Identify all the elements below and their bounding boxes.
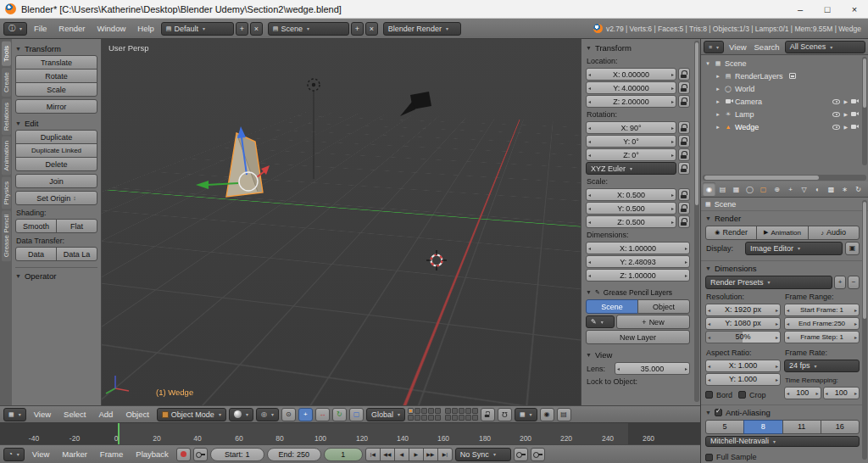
display-mode-select[interactable]: Image Editor▾ <box>745 242 843 255</box>
tab-relations[interactable]: Relations <box>2 98 11 135</box>
lock-button[interactable] <box>678 215 690 228</box>
border-checkbox[interactable] <box>705 391 713 399</box>
expand-icon[interactable]: ▸ <box>715 98 721 105</box>
frame-step-field[interactable]: Frame Step: 1 <box>784 331 860 343</box>
duplicate-button[interactable]: Duplicate <box>15 130 97 144</box>
layer-cell[interactable] <box>421 408 427 414</box>
antialiasing-panel-header[interactable]: ▼Anti-Aliasing <box>705 408 860 418</box>
layer-cell[interactable] <box>445 408 451 414</box>
lock-button[interactable] <box>678 162 690 175</box>
operator-panel-header[interactable]: ▼Operator <box>15 267 97 280</box>
aa-samples-5-button[interactable]: 5 <box>705 420 744 434</box>
aa-samples-11-button[interactable]: 11 <box>782 420 821 434</box>
transform-panel-header[interactable]: ▼Transform <box>15 42 97 55</box>
translate-button[interactable]: Translate <box>15 55 97 70</box>
renderable-camera-icon[interactable] <box>851 125 856 129</box>
tab-particles[interactable]: ∗ <box>838 182 851 196</box>
menu-select[interactable]: Select <box>58 410 91 419</box>
transform-orientation-select[interactable]: Global▾ <box>366 408 405 421</box>
view-panel-header[interactable]: ▼View <box>586 349 690 361</box>
outliner-scrollbar[interactable] <box>862 57 867 165</box>
remove-preset-button[interactable]: − <box>848 276 860 289</box>
renderable-camera-icon[interactable] <box>851 112 856 116</box>
layers-widget-left[interactable] <box>408 408 441 421</box>
auto-keyframe-toggle[interactable] <box>176 448 191 461</box>
location-y-field[interactable]: Y:4.00000 <box>586 81 676 94</box>
crop-checkbox[interactable] <box>738 391 746 399</box>
layer-cell[interactable] <box>415 415 420 421</box>
gp-new-layer-button[interactable]: New Layer <box>586 330 690 344</box>
selectable-arrow-icon[interactable]: ▶ <box>843 111 848 117</box>
dimensions-panel-header[interactable]: ▼Dimensions <box>705 264 860 274</box>
start-frame-field[interactable]: Start Frame: 1 <box>784 304 860 316</box>
manipulator-translate-toggle[interactable]: ↔ <box>315 408 330 421</box>
opengl-render-button[interactable]: ◉ <box>540 408 554 421</box>
gp-new-button[interactable]: +New <box>616 315 690 329</box>
outliner-row-renderlayers[interactable]: ▸ ▤ RenderLayers <box>701 70 868 82</box>
layer-cell[interactable] <box>428 415 434 421</box>
collapse-icon[interactable]: ▾ <box>704 60 711 67</box>
layer-cell[interactable] <box>435 415 441 421</box>
dimension-x-field[interactable]: X:1.00000 <box>586 242 690 254</box>
lock-to-scene-toggle[interactable] <box>481 408 495 421</box>
tab-create[interactable]: Create <box>2 68 11 97</box>
jump-to-end-button[interactable]: ▶| <box>437 448 453 461</box>
editor-type-button[interactable]: ◔▾ <box>3 448 25 461</box>
add-scene-button[interactable]: + <box>351 22 364 36</box>
layer-cell[interactable] <box>472 415 478 421</box>
menu-render[interactable]: Render <box>53 24 90 33</box>
menu-search[interactable]: Search <box>752 42 782 52</box>
properties-scrollbar[interactable] <box>862 200 867 460</box>
menu-view[interactable]: View <box>27 449 54 459</box>
tab-physics[interactable]: Physics <box>2 177 11 209</box>
outliner-row-lamp[interactable]: ▸ ☀ Lamp ▶ <box>701 108 868 120</box>
tab-render[interactable]: ◉ <box>703 182 715 196</box>
rotation-x-field[interactable]: X:90° <box>586 121 676 134</box>
lock-button[interactable] <box>678 95 690 108</box>
remap-new-field[interactable]: 100 <box>823 387 860 399</box>
renderable-camera-icon[interactable] <box>851 99 856 103</box>
gp-source-object-tab[interactable]: Object <box>637 299 690 314</box>
lock-button[interactable] <box>678 188 690 201</box>
render-panel-header[interactable]: ▼Render <box>705 214 860 224</box>
screen-layout-selector[interactable]: ▤Default▾ <box>161 22 234 36</box>
layer-cell[interactable] <box>408 415 414 421</box>
rotate-button[interactable]: Rotate <box>15 69 97 83</box>
expand-icon[interactable]: ▸ <box>715 73 721 80</box>
gp-source-scene-tab[interactable]: Scene <box>586 299 638 314</box>
tab-modifiers[interactable]: + <box>784 182 797 196</box>
render-still-button[interactable]: ◉Render <box>705 226 757 240</box>
full-sample-checkbox[interactable] <box>705 454 713 461</box>
tab-animation[interactable]: Animation <box>2 137 11 176</box>
maximize-button[interactable]: □ <box>814 0 841 18</box>
lens-field[interactable]: 35.000 <box>615 362 690 375</box>
expand-icon[interactable]: ▸ <box>715 111 721 118</box>
editor-type-button[interactable]: ▦▾ <box>3 408 26 421</box>
layer-cell[interactable] <box>428 408 434 414</box>
layer-cell[interactable] <box>465 408 471 414</box>
previous-keyframe-button[interactable]: ◀◀ <box>380 448 395 461</box>
timeline-ruler[interactable]: -40 -20 0 20 40 60 80 100 120 140 160 18… <box>0 422 700 444</box>
menu-view[interactable]: View <box>29 410 56 419</box>
menu-object[interactable]: Object <box>120 410 153 419</box>
render-animation-button[interactable]: ▶Animation <box>756 226 808 240</box>
aa-filter-select[interactable]: Mitchell-Netravali▾ <box>705 436 860 447</box>
visibility-eye-icon[interactable] <box>832 125 840 130</box>
gp-datablock-select[interactable]: ✎▾ <box>586 315 615 328</box>
lock-button[interactable] <box>678 148 690 161</box>
delete-button[interactable]: Delete <box>15 157 97 171</box>
aspect-x-field[interactable]: X: 1.000 <box>705 360 781 372</box>
expand-icon[interactable]: ▸ <box>715 124 721 131</box>
layer-cell[interactable] <box>445 415 451 421</box>
join-button[interactable]: Join <box>15 174 97 188</box>
close-button[interactable]: × <box>841 0 868 18</box>
tab-world[interactable]: ◯ <box>743 182 756 196</box>
start-frame-field[interactable]: Start:1 <box>210 448 264 461</box>
outliner-row-world[interactable]: ▸ ◯ World <box>701 82 868 95</box>
snap-toggle[interactable]: Ω <box>498 408 512 421</box>
edit-panel-header[interactable]: ▼Edit <box>15 117 97 130</box>
viewport-3d[interactable]: User Persp (1) Wedge <box>102 39 581 405</box>
pivot-point-select[interactable]: ◎▾ <box>256 408 279 421</box>
data-layout-button[interactable]: Data La <box>56 247 97 261</box>
lock-button[interactable] <box>678 121 690 134</box>
